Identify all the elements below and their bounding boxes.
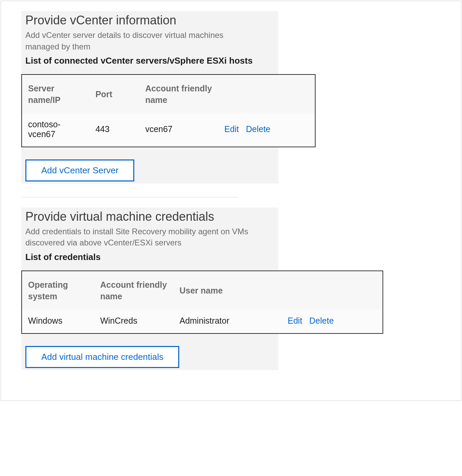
credentials-title: Provide virtual machine credentials [21,210,278,224]
table-row: contoso-vcen67 443 vcen67 Edit Delete [22,113,315,147]
edit-link[interactable]: Edit [224,124,239,134]
col-actions [218,75,315,113]
col-port: Port [89,75,139,113]
vcenter-table: Server name/IP Port Account friendly nam… [22,75,315,147]
cell-port: 443 [89,113,139,147]
vcenter-section: Provide vCenter information Add vCenter … [21,11,441,183]
credentials-section: Provide virtual machine credentials Add … [21,208,441,370]
col-user: User name [174,271,282,310]
add-credentials-button[interactable]: Add virtual machine credentials [25,346,179,368]
cell-actions: Edit Delete [218,113,315,147]
config-panel: Provide vCenter information Add vCenter … [1,1,461,401]
cell-account: WinCreds [94,310,174,333]
credentials-desc: Add credentials to install Site Recovery… [21,226,258,248]
col-actions [282,271,383,310]
col-server: Server name/IP [22,75,89,113]
add-vcenter-button[interactable]: Add vCenter Server [25,159,134,181]
delete-link[interactable]: Delete [246,124,270,134]
col-account: Account friendly name [139,75,218,113]
credentials-table: Operating system Account friendly name U… [22,271,383,333]
credentials-table-container: Operating system Account friendly name U… [21,271,383,334]
credentials-header-block: Provide virtual machine credentials Add … [21,208,278,370]
credentials-subtitle: List of credentials [21,251,258,263]
vcenter-subtitle: List of connected vCenter servers/vSpher… [21,55,258,67]
col-os: Operating system [22,271,94,310]
vcenter-header-block: Provide vCenter information Add vCenter … [21,11,278,183]
cell-actions: Edit Delete [282,310,383,333]
delete-link[interactable]: Delete [309,316,334,325]
cell-user: Administrator [174,310,282,333]
vcenter-desc: Add vCenter server details to discover v… [21,29,258,52]
table-row: Windows WinCreds Administrator Edit Dele… [22,310,383,333]
section-divider [21,197,238,197]
cell-server: contoso-vcen67 [22,113,89,147]
cell-account: vcen67 [139,113,218,147]
vcenter-table-container: Server name/IP Port Account friendly nam… [21,74,316,147]
col-account: Account friendly name [94,271,174,310]
edit-link[interactable]: Edit [288,316,302,325]
vcenter-title: Provide vCenter information [21,13,278,27]
cell-os: Windows [22,310,94,333]
